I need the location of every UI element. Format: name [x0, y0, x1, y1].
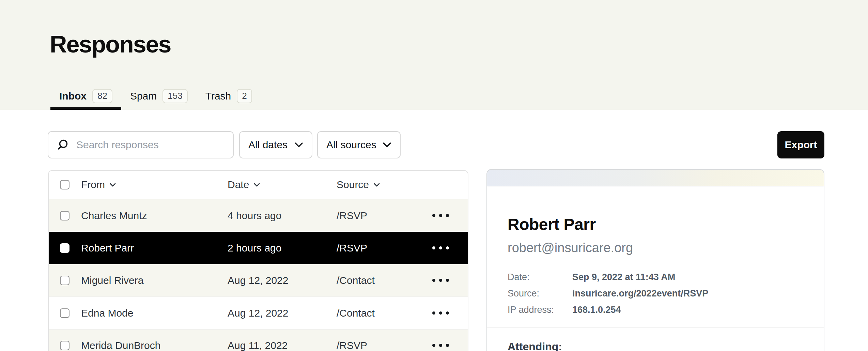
tab-trash[interactable]: Trash 2 [197, 82, 261, 110]
search-icon [57, 139, 69, 151]
table-row[interactable]: Charles Muntz 4 hours ago /RSVP [49, 199, 468, 232]
row-source: /RSVP [337, 210, 432, 222]
meta-row-source: Source: insuricare.org/2022event/RSVP [508, 285, 803, 302]
row-source: /Contact [337, 307, 432, 319]
row-date: 4 hours ago [228, 210, 337, 222]
row-checkbox[interactable] [60, 243, 69, 253]
row-from: Edna Mode [81, 307, 228, 319]
row-checkbox[interactable] [60, 276, 69, 285]
tab-trash-label: Trash [205, 90, 231, 102]
meta-value: Sep 9, 2022 at 11:43 AM [572, 269, 675, 285]
chevron-down-icon [109, 183, 116, 187]
table-row[interactable]: Merida DunBroch Aug 11, 2022 /RSVP [49, 329, 468, 351]
respondent-name: Robert Parr [508, 216, 803, 233]
source-filter-dropdown[interactable]: All sources [317, 131, 401, 158]
row-source: /Contact [337, 275, 432, 286]
row-from: Merida DunBroch [81, 340, 228, 351]
tab-bar: Inbox 82 Spam 153 Trash 2 [50, 82, 261, 110]
responses-table: From Date Source [48, 170, 468, 351]
ellipsis-menu-icon[interactable] [432, 275, 449, 285]
row-from: Charles Muntz [81, 210, 228, 222]
row-date: Aug 11, 2022 [228, 340, 337, 351]
column-header-from[interactable]: From [81, 179, 228, 190]
tab-inbox-count-badge: 82 [92, 89, 112, 103]
row-from: Miguel Rivera [81, 275, 228, 286]
row-date: 2 hours ago [228, 242, 337, 254]
column-header-source[interactable]: Source [337, 179, 432, 190]
attending-section-heading: Attending: [508, 340, 803, 351]
meta-label: Source: [508, 285, 572, 302]
row-source: /RSVP [337, 340, 432, 351]
chevron-down-icon [253, 183, 260, 187]
meta-label: IP address: [508, 302, 572, 318]
meta-label: Date: [508, 269, 572, 285]
search-input[interactable] [76, 139, 224, 151]
row-date: Aug 12, 2022 [228, 307, 337, 319]
date-filter-dropdown[interactable]: All dates [239, 131, 312, 158]
row-date: Aug 12, 2022 [228, 275, 337, 286]
page-header: Responses Inbox 82 Spam 153 Trash 2 [0, 0, 868, 110]
table-row-selected[interactable]: Robert Parr 2 hours ago /RSVP [49, 232, 468, 264]
respondent-email: robert@insuricare.org [508, 241, 803, 255]
ellipsis-menu-icon[interactable] [432, 308, 449, 318]
row-checkbox[interactable] [60, 211, 69, 220]
chevron-down-icon [373, 183, 380, 187]
tab-inbox[interactable]: Inbox 82 [50, 82, 121, 110]
chevron-down-icon [383, 142, 391, 148]
tab-trash-count-badge: 2 [237, 89, 252, 103]
tab-spam[interactable]: Spam 153 [121, 82, 197, 110]
tab-spam-label: Spam [130, 90, 157, 102]
tab-spam-count-badge: 153 [162, 89, 187, 103]
table-header-row: From Date Source [49, 171, 468, 199]
meta-row-date: Date: Sep 9, 2022 at 11:43 AM [508, 269, 803, 285]
row-from: Robert Parr [81, 242, 228, 254]
search-box[interactable] [48, 131, 234, 158]
export-button[interactable]: Export [777, 131, 824, 158]
select-all-checkbox[interactable] [60, 180, 69, 189]
table-row[interactable]: Miguel Rivera Aug 12, 2022 /Contact [49, 264, 468, 296]
response-metadata: Date: Sep 9, 2022 at 11:43 AM Source: in… [508, 269, 803, 318]
meta-value: insuricare.org/2022event/RSVP [572, 285, 708, 302]
ellipsis-menu-icon[interactable] [432, 211, 449, 220]
row-checkbox[interactable] [60, 308, 69, 318]
meta-row-ip: IP address: 168.1.0.254 [508, 302, 803, 318]
response-detail-panel: Robert Parr robert@insuricare.org Date: … [486, 169, 824, 351]
ellipsis-menu-icon[interactable] [432, 243, 449, 253]
date-filter-label: All dates [248, 139, 288, 151]
ellipsis-menu-icon[interactable] [432, 340, 449, 350]
detail-gradient-strip [487, 170, 824, 186]
chevron-down-icon [294, 142, 303, 148]
detail-divider [487, 327, 824, 327]
meta-value: 168.1.0.254 [572, 302, 621, 318]
source-filter-label: All sources [326, 139, 376, 151]
table-row[interactable]: Edna Mode Aug 12, 2022 /Contact [49, 296, 468, 329]
page-title: Responses [50, 31, 171, 58]
column-header-date[interactable]: Date [228, 179, 337, 190]
tab-inbox-label: Inbox [59, 90, 87, 102]
row-checkbox[interactable] [60, 341, 69, 350]
row-source: /RSVP [337, 242, 432, 254]
